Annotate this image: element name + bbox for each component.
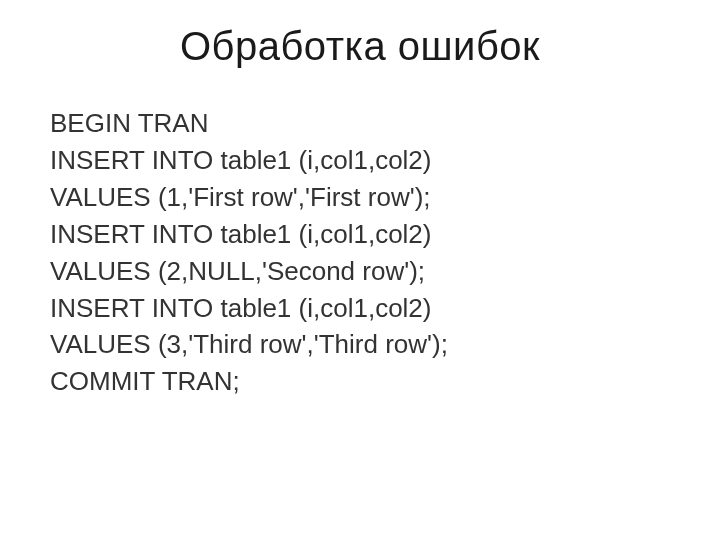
code-block: BEGIN TRAN INSERT INTO table1 (i,col1,co… bbox=[50, 105, 670, 400]
slide-container: Обработка ошибок BEGIN TRAN INSERT INTO … bbox=[0, 0, 720, 540]
code-line: INSERT INTO table1 (i,col1,col2) bbox=[50, 290, 670, 327]
code-line: INSERT INTO table1 (i,col1,col2) bbox=[50, 216, 670, 253]
code-line: VALUES (2,NULL,'Second row'); bbox=[50, 253, 670, 290]
code-line: INSERT INTO table1 (i,col1,col2) bbox=[50, 142, 670, 179]
code-line: BEGIN TRAN bbox=[50, 105, 670, 142]
code-line: VALUES (3,'Third row','Third row'); bbox=[50, 326, 670, 363]
code-line: VALUES (1,'First row','First row'); bbox=[50, 179, 670, 216]
code-line: COMMIT TRAN; bbox=[50, 363, 670, 400]
slide-title: Обработка ошибок bbox=[50, 24, 670, 69]
